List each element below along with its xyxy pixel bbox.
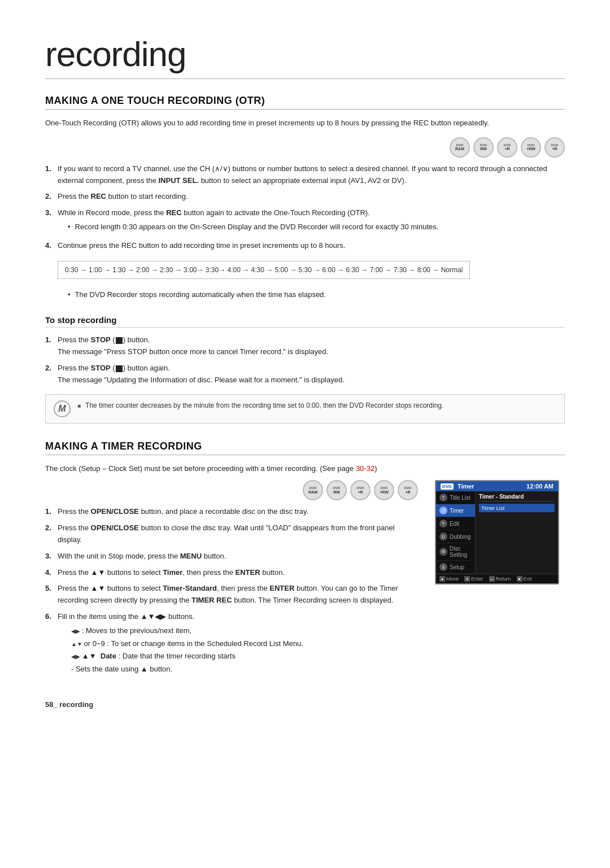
stop-recording-divider bbox=[45, 327, 565, 328]
enter-icon: ● bbox=[464, 576, 470, 582]
title-list-icon: T bbox=[439, 494, 447, 501]
stop-step-2: 2. Press the STOP () button again. The m… bbox=[45, 363, 565, 386]
subbullet-plain: Sets the date using ▲ button. bbox=[71, 664, 418, 675]
otr-section: MAKING A ONE TOUCH RECORDING (OTR) One-T… bbox=[45, 95, 565, 424]
tv-logo: DVD bbox=[441, 483, 454, 490]
timer-disc-icon-3: DVD+R bbox=[350, 480, 371, 500]
timer-page-ref[interactable]: 30-32 bbox=[356, 464, 374, 473]
timer-step-4: 4. Press the ▲▼ buttons to select Timer,… bbox=[45, 567, 418, 579]
timer-disc-icons: DVDRAM DVDRW DVD+R DVD+RW DVD+R bbox=[45, 480, 418, 500]
timer-step-5: 5. Press the ▲▼ buttons to select Timer-… bbox=[45, 583, 418, 607]
tv-panel-title: Timer - Standard bbox=[479, 494, 555, 501]
stop-recording-heading: To stop recording bbox=[45, 315, 565, 325]
tv-footer-exit: ■ Exit bbox=[517, 576, 532, 582]
dubbing-icon: D bbox=[439, 533, 447, 540]
timer-step-3: 3. With the unit in Stop mode, press the… bbox=[45, 551, 418, 562]
timer-intro: The clock (Setup – Clock Set) must be se… bbox=[45, 463, 565, 475]
disc-icon-dvd-r2: DVD+R bbox=[544, 137, 565, 158]
move-icon: ▲ bbox=[439, 576, 445, 582]
stop-symbol-1 bbox=[116, 337, 123, 344]
tv-footer-return: ↩ Return bbox=[489, 576, 511, 582]
tv-screen: DVD Timer 12:00 AM T Title List bbox=[435, 480, 559, 585]
tv-main-panel: Timer - Standard Timer List bbox=[476, 491, 558, 574]
otr-section-divider bbox=[45, 109, 565, 110]
otr-note-box: M The timer counter decreases by the min… bbox=[45, 394, 565, 424]
stop-symbol-2 bbox=[116, 365, 123, 372]
tv-footer-move: ▲ Move bbox=[439, 576, 459, 582]
timer-step-2: 2. Press the OPEN/CLOSE button to close … bbox=[45, 522, 418, 546]
subbullet-date: ▲▼ Date : Date that the timer recording … bbox=[71, 651, 418, 662]
timer-tv-menu-col: DVD Timer 12:00 AM T Title List bbox=[435, 480, 565, 585]
otr-step-2: 2. Press the REC button to start recordi… bbox=[45, 191, 565, 203]
tv-menu-container: DVD Timer 12:00 AM T Title List bbox=[435, 480, 565, 585]
otr-disc-icons: DVDRAM DVDRW DVD+R DVD+RW DVD+R bbox=[45, 137, 565, 158]
otr-step-4-bullets: The DVD Recorder stops recording automat… bbox=[68, 289, 565, 301]
tv-sidebar-timer: ⏱ Timer bbox=[436, 504, 475, 517]
timer-disc-icon-4: DVD+RW bbox=[374, 480, 394, 500]
timer-disc-icon-1: DVDRAM bbox=[303, 480, 323, 500]
stop-step-1: 1. Press the STOP () button. The message… bbox=[45, 334, 565, 358]
disc-icon-dvd-rw: DVDRW bbox=[473, 137, 494, 158]
tv-panel-timer-list: Timer List bbox=[479, 504, 555, 512]
otr-timeline: 0:30 → 1:00 → 1:30 → 2:00 → 2:30 → 3:00→… bbox=[58, 261, 470, 279]
tv-sidebar-title-list: T Title List bbox=[436, 491, 475, 504]
otr-step-4: 4. Continue press the REC button to add … bbox=[45, 240, 565, 303]
tv-sidebar-edit: ✎ Edit bbox=[436, 517, 475, 530]
title-divider bbox=[45, 78, 565, 79]
tv-header-title: Timer bbox=[457, 483, 474, 490]
otr-step-1: 1. If you want to record a TV channel, u… bbox=[45, 163, 565, 187]
otr-step-4-bullet-1: The DVD Recorder stops recording automat… bbox=[68, 289, 565, 301]
timer-step-6-subbullets: : Moves to the previous/next item, or 0~… bbox=[71, 625, 418, 675]
otr-steps-list: 1. If you want to record a TV channel, u… bbox=[45, 163, 565, 303]
otr-intro: One-Touch Recording (OTR) allows you to … bbox=[45, 117, 565, 129]
timer-section: MAKING A TIMER RECORDING The clock (Setu… bbox=[45, 440, 565, 683]
otr-step-3: 3. While in Record mode, press the REC b… bbox=[45, 207, 565, 235]
timer-steps-col: DVDRAM DVDRW DVD+R DVD+RW DVD+R 1. Press… bbox=[45, 480, 418, 683]
timer-section-divider bbox=[45, 455, 565, 455]
tv-sidebar-disc-setting: ⚙ Disc Setting bbox=[436, 543, 475, 561]
exit-icon: ■ bbox=[517, 576, 522, 582]
subbullet-triangle: or 0~9 : To set or change items in the S… bbox=[71, 638, 418, 650]
setup-icon: S bbox=[439, 563, 447, 571]
edit-icon: ✎ bbox=[439, 520, 447, 527]
page-footer: 58_ recording bbox=[45, 700, 565, 709]
timer-icon: ⏱ bbox=[439, 507, 447, 514]
timer-steps-list: 1. Press the OPEN/CLOSE button, and plac… bbox=[45, 506, 418, 678]
tv-body: T Title List ⏱ Timer ✎ Edit bbox=[436, 491, 558, 574]
note-icon: M bbox=[54, 400, 71, 417]
timer-disc-icon-2: DVDRW bbox=[326, 480, 347, 500]
disc-icon-dvd-rw2: DVD+RW bbox=[521, 137, 541, 158]
tv-sidebar-setup: S Setup bbox=[436, 561, 475, 574]
stop-steps-list: 1. Press the STOP () button. The message… bbox=[45, 334, 565, 386]
otr-step-3-bullet-1: Record length 0:30 appears on the On-Scr… bbox=[68, 221, 565, 233]
page-title: recording bbox=[45, 34, 565, 74]
tv-sidebar: T Title List ⏱ Timer ✎ Edit bbox=[436, 491, 476, 574]
tv-header: DVD Timer 12:00 AM bbox=[436, 481, 558, 491]
timer-step-6: 6. Fill in the items using the ▲▼◀▶ butt… bbox=[45, 611, 418, 678]
tv-sidebar-dubbing: D Dubbing bbox=[436, 530, 475, 543]
timer-heading: MAKING A TIMER RECORDING bbox=[45, 440, 565, 452]
timer-content-row: DVDRAM DVDRW DVD+R DVD+RW DVD+R 1. Press… bbox=[45, 480, 565, 683]
note-text: The timer counter decreases by the minut… bbox=[77, 400, 443, 411]
tv-footer-enter: ● Enter bbox=[464, 576, 483, 582]
disc-icon-dvd-r: DVD+R bbox=[497, 137, 517, 158]
disc-icon-dvd-ram: DVDRAM bbox=[450, 137, 470, 158]
return-icon: ↩ bbox=[489, 576, 495, 582]
subbullet-arrow: : Moves to the previous/next item, bbox=[71, 625, 418, 637]
disc-setting-icon: ⚙ bbox=[439, 548, 447, 556]
timer-disc-icon-5: DVD+R bbox=[398, 480, 418, 500]
tv-footer: ▲ Move ● Enter ↩ Return ■ bbox=[436, 574, 558, 583]
timer-step-1: 1. Press the OPEN/CLOSE button, and plac… bbox=[45, 506, 418, 518]
otr-step-3-bullets: Record length 0:30 appears on the On-Scr… bbox=[68, 221, 565, 233]
otr-heading: MAKING A ONE TOUCH RECORDING (OTR) bbox=[45, 95, 565, 107]
tv-header-time: 12:00 AM bbox=[526, 483, 554, 490]
